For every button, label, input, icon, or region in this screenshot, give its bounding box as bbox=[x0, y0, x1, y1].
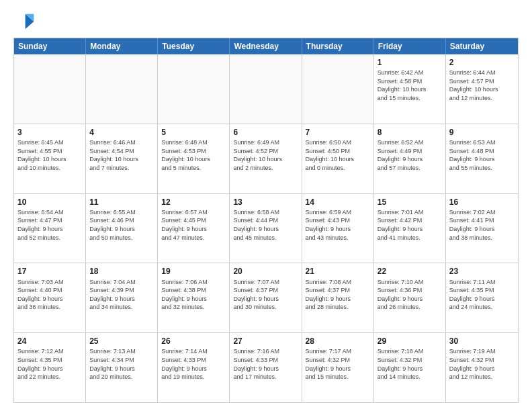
day-info: Sunrise: 6:44 AM Sunset: 4:57 PM Dayligh… bbox=[449, 68, 515, 102]
day-info: Sunrise: 6:46 AM Sunset: 4:54 PM Dayligh… bbox=[89, 138, 154, 172]
day-info: Sunrise: 7:10 AM Sunset: 4:36 PM Dayligh… bbox=[378, 278, 442, 312]
day-number: 13 bbox=[233, 197, 298, 208]
calendar-header: SundayMondayTuesdayWednesdayThursdayFrid… bbox=[14, 38, 518, 54]
calendar-day-5: 5Sunrise: 6:48 AM Sunset: 4:53 PM Daylig… bbox=[158, 124, 230, 193]
calendar-day-2: 2Sunrise: 6:44 AM Sunset: 4:57 PM Daylig… bbox=[446, 54, 518, 124]
day-info: Sunrise: 7:19 AM Sunset: 4:32 PM Dayligh… bbox=[449, 347, 515, 381]
calendar-empty-cell bbox=[230, 54, 302, 124]
day-number: 17 bbox=[17, 266, 82, 277]
calendar-empty-cell bbox=[14, 54, 86, 124]
logo-icon bbox=[13, 11, 35, 32]
day-number: 21 bbox=[306, 266, 370, 277]
day-number: 16 bbox=[449, 197, 515, 208]
day-number: 11 bbox=[89, 197, 154, 208]
calendar-day-10: 10Sunrise: 6:54 AM Sunset: 4:47 PM Dayli… bbox=[14, 194, 86, 263]
calendar-day-9: 9Sunrise: 6:53 AM Sunset: 4:48 PM Daylig… bbox=[446, 124, 518, 193]
day-info: Sunrise: 6:42 AM Sunset: 4:58 PM Dayligh… bbox=[378, 68, 442, 102]
calendar-day-21: 21Sunrise: 7:08 AM Sunset: 4:37 PM Dayli… bbox=[302, 263, 374, 332]
day-number: 6 bbox=[233, 127, 298, 138]
day-info: Sunrise: 6:52 AM Sunset: 4:49 PM Dayligh… bbox=[378, 138, 442, 172]
calendar-day-25: 25Sunrise: 7:13 AM Sunset: 4:34 PM Dayli… bbox=[86, 333, 158, 402]
day-number: 24 bbox=[17, 336, 82, 347]
calendar-day-27: 27Sunrise: 7:16 AM Sunset: 4:33 PM Dayli… bbox=[230, 333, 302, 402]
header-day-thursday: Thursday bbox=[302, 38, 374, 54]
day-info: Sunrise: 7:11 AM Sunset: 4:35 PM Dayligh… bbox=[449, 278, 515, 312]
day-info: Sunrise: 7:16 AM Sunset: 4:33 PM Dayligh… bbox=[233, 347, 298, 381]
day-info: Sunrise: 6:55 AM Sunset: 4:46 PM Dayligh… bbox=[89, 208, 154, 242]
day-number: 26 bbox=[161, 336, 226, 347]
day-info: Sunrise: 6:45 AM Sunset: 4:55 PM Dayligh… bbox=[17, 138, 82, 172]
day-number: 1 bbox=[378, 57, 442, 68]
calendar-week-1: 1Sunrise: 6:42 AM Sunset: 4:58 PM Daylig… bbox=[14, 54, 518, 124]
calendar-day-26: 26Sunrise: 7:14 AM Sunset: 4:33 PM Dayli… bbox=[158, 333, 230, 402]
calendar-day-22: 22Sunrise: 7:10 AM Sunset: 4:36 PM Dayli… bbox=[374, 263, 446, 332]
day-info: Sunrise: 7:17 AM Sunset: 4:32 PM Dayligh… bbox=[306, 347, 370, 381]
calendar-day-14: 14Sunrise: 6:59 AM Sunset: 4:43 PM Dayli… bbox=[302, 194, 374, 263]
header-day-wednesday: Wednesday bbox=[230, 38, 302, 54]
calendar-day-4: 4Sunrise: 6:46 AM Sunset: 4:54 PM Daylig… bbox=[86, 124, 158, 193]
calendar-day-23: 23Sunrise: 7:11 AM Sunset: 4:35 PM Dayli… bbox=[446, 263, 518, 332]
day-number: 30 bbox=[449, 336, 515, 347]
calendar-day-30: 30Sunrise: 7:19 AM Sunset: 4:32 PM Dayli… bbox=[446, 333, 518, 402]
calendar-day-29: 29Sunrise: 7:18 AM Sunset: 4:32 PM Dayli… bbox=[374, 333, 446, 402]
day-info: Sunrise: 7:03 AM Sunset: 4:40 PM Dayligh… bbox=[17, 278, 82, 312]
day-number: 4 bbox=[89, 127, 154, 138]
day-number: 20 bbox=[233, 266, 298, 277]
day-info: Sunrise: 7:13 AM Sunset: 4:34 PM Dayligh… bbox=[89, 347, 154, 381]
day-number: 7 bbox=[306, 127, 370, 138]
calendar-day-13: 13Sunrise: 6:58 AM Sunset: 4:44 PM Dayli… bbox=[230, 194, 302, 263]
day-number: 5 bbox=[161, 127, 226, 138]
calendar-day-28: 28Sunrise: 7:17 AM Sunset: 4:32 PM Dayli… bbox=[302, 333, 374, 402]
day-number: 23 bbox=[449, 266, 515, 277]
day-info: Sunrise: 7:06 AM Sunset: 4:38 PM Dayligh… bbox=[161, 278, 226, 312]
day-info: Sunrise: 6:57 AM Sunset: 4:45 PM Dayligh… bbox=[161, 208, 226, 242]
calendar-day-19: 19Sunrise: 7:06 AM Sunset: 4:38 PM Dayli… bbox=[158, 263, 230, 332]
calendar-day-24: 24Sunrise: 7:12 AM Sunset: 4:35 PM Dayli… bbox=[14, 333, 86, 402]
calendar-empty-cell bbox=[158, 54, 230, 124]
day-info: Sunrise: 6:50 AM Sunset: 4:50 PM Dayligh… bbox=[306, 138, 370, 172]
calendar: SundayMondayTuesdayWednesdayThursdayFrid… bbox=[13, 38, 519, 403]
calendar-day-20: 20Sunrise: 7:07 AM Sunset: 4:37 PM Dayli… bbox=[230, 263, 302, 332]
logo bbox=[13, 11, 38, 32]
header-day-saturday: Saturday bbox=[446, 38, 518, 54]
day-info: Sunrise: 7:02 AM Sunset: 4:41 PM Dayligh… bbox=[449, 208, 515, 242]
calendar-empty-cell bbox=[86, 54, 158, 124]
calendar-week-5: 24Sunrise: 7:12 AM Sunset: 4:35 PM Dayli… bbox=[14, 332, 518, 402]
day-info: Sunrise: 7:12 AM Sunset: 4:35 PM Dayligh… bbox=[17, 347, 82, 381]
header-day-monday: Monday bbox=[86, 38, 158, 54]
day-info: Sunrise: 7:01 AM Sunset: 4:42 PM Dayligh… bbox=[378, 208, 442, 242]
day-info: Sunrise: 7:07 AM Sunset: 4:37 PM Dayligh… bbox=[233, 278, 298, 312]
day-number: 28 bbox=[306, 336, 370, 347]
day-number: 12 bbox=[161, 197, 226, 208]
calendar-body: 1Sunrise: 6:42 AM Sunset: 4:58 PM Daylig… bbox=[14, 54, 518, 402]
calendar-week-3: 10Sunrise: 6:54 AM Sunset: 4:47 PM Dayli… bbox=[14, 193, 518, 263]
day-number: 18 bbox=[89, 266, 154, 277]
day-number: 10 bbox=[17, 197, 82, 208]
day-number: 2 bbox=[449, 57, 515, 68]
calendar-day-6: 6Sunrise: 6:49 AM Sunset: 4:52 PM Daylig… bbox=[230, 124, 302, 193]
calendar-day-18: 18Sunrise: 7:04 AM Sunset: 4:39 PM Dayli… bbox=[86, 263, 158, 332]
calendar-week-4: 17Sunrise: 7:03 AM Sunset: 4:40 PM Dayli… bbox=[14, 263, 518, 332]
day-info: Sunrise: 7:08 AM Sunset: 4:37 PM Dayligh… bbox=[306, 278, 370, 312]
calendar-day-3: 3Sunrise: 6:45 AM Sunset: 4:55 PM Daylig… bbox=[14, 124, 86, 193]
day-info: Sunrise: 6:49 AM Sunset: 4:52 PM Dayligh… bbox=[233, 138, 298, 172]
day-info: Sunrise: 6:54 AM Sunset: 4:47 PM Dayligh… bbox=[17, 208, 82, 242]
calendar-day-17: 17Sunrise: 7:03 AM Sunset: 4:40 PM Dayli… bbox=[14, 263, 86, 332]
day-number: 14 bbox=[306, 197, 370, 208]
day-number: 8 bbox=[378, 127, 442, 138]
header-day-friday: Friday bbox=[374, 38, 446, 54]
day-number: 19 bbox=[161, 266, 226, 277]
calendar-day-16: 16Sunrise: 7:02 AM Sunset: 4:41 PM Dayli… bbox=[446, 194, 518, 263]
day-info: Sunrise: 6:48 AM Sunset: 4:53 PM Dayligh… bbox=[161, 138, 226, 172]
calendar-day-12: 12Sunrise: 6:57 AM Sunset: 4:45 PM Dayli… bbox=[158, 194, 230, 263]
header bbox=[13, 11, 519, 32]
calendar-empty-cell bbox=[302, 54, 374, 124]
calendar-week-2: 3Sunrise: 6:45 AM Sunset: 4:55 PM Daylig… bbox=[14, 124, 518, 193]
day-number: 25 bbox=[89, 336, 154, 347]
day-info: Sunrise: 6:59 AM Sunset: 4:43 PM Dayligh… bbox=[306, 208, 370, 242]
day-number: 27 bbox=[233, 336, 298, 347]
calendar-day-11: 11Sunrise: 6:55 AM Sunset: 4:46 PM Dayli… bbox=[86, 194, 158, 263]
day-number: 3 bbox=[17, 127, 82, 138]
header-day-sunday: Sunday bbox=[14, 38, 86, 54]
day-number: 22 bbox=[378, 266, 442, 277]
